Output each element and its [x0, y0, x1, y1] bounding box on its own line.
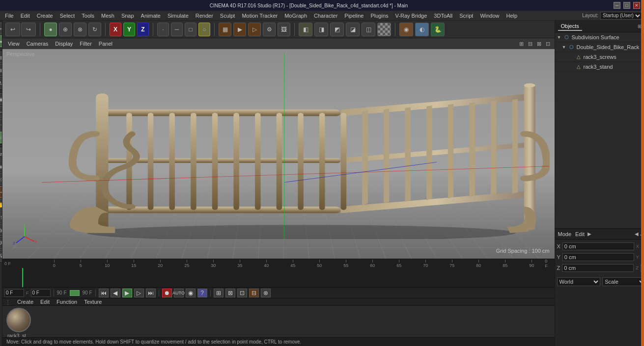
start-frame-input[interactable] — [31, 289, 51, 297]
poly-mode-btn[interactable]: □ — [185, 23, 196, 36]
timeline-add-key[interactable]: ⊞ — [214, 289, 224, 297]
vp-panel-menu[interactable]: Panel — [96, 40, 115, 48]
expand-icon-1: ▼ — [557, 35, 562, 40]
iso-btn[interactable]: ◩ — [330, 23, 344, 36]
menu-mograph[interactable]: MoGraph — [281, 12, 310, 20]
edge-mode-btn[interactable]: ─ — [171, 23, 183, 36]
vp-cameras-menu[interactable]: Cameras — [24, 40, 51, 48]
vp-grid-icon[interactable]: ⊟ — [527, 40, 534, 48]
point-mode-btn[interactable]: · — [157, 23, 169, 36]
menu-render[interactable]: Render — [193, 12, 216, 20]
timeline-motion[interactable]: ⊟ — [249, 289, 259, 297]
undo-btn[interactable]: ↩ — [5, 23, 20, 36]
timeline-cfg[interactable]: ⊠ — [225, 289, 235, 297]
set-key-btn[interactable]: ◉ — [186, 289, 196, 297]
menu-motion-tracker[interactable]: Motion Tracker — [239, 12, 280, 20]
mat-function-menu[interactable]: Function — [55, 298, 79, 305]
transform-mode-select[interactable]: Scale Position Rotation — [602, 277, 644, 286]
tc-sep2 — [95, 290, 96, 296]
mat-texture-menu[interactable]: Texture — [82, 298, 104, 305]
maximize-button[interactable]: □ — [623, 2, 630, 9]
mat-create-menu[interactable]: Create — [15, 298, 35, 305]
obj-subdivision-surface[interactable]: ▼ ⬡ Subdivision Surface — [555, 32, 644, 42]
attr-x-pos[interactable] — [562, 242, 634, 250]
current-frame-input[interactable] — [4, 289, 24, 297]
y-axis-btn[interactable]: Y — [123, 23, 135, 36]
hdr-btn[interactable]: ◐ — [415, 23, 429, 36]
timeline-power[interactable]: ⊡ — [237, 289, 247, 297]
menu-vray[interactable]: V-Ray Bridge — [392, 12, 430, 20]
render-all-btn[interactable]: ▷ — [248, 23, 261, 36]
obj-stand[interactable]: ▶ △ rack3_stand — [555, 62, 644, 72]
rotate-btn[interactable]: ↻ — [88, 23, 101, 36]
obj-mode-btn[interactable]: ○ — [198, 23, 210, 36]
record-btn[interactable]: ⏺ — [162, 289, 172, 297]
material-override-btn[interactable]: ◉ — [399, 23, 413, 36]
timeline-track[interactable] — [2, 268, 555, 287]
menu-sculpt[interactable]: Sculpt — [217, 12, 238, 20]
wireframe-btn[interactable]: ◨ — [314, 23, 328, 36]
menu-window[interactable]: Window — [477, 12, 502, 20]
menu-character[interactable]: Character — [311, 12, 340, 20]
menu-script[interactable]: Script — [456, 12, 476, 20]
menu-3dtoall[interactable]: 3DToAll — [431, 12, 455, 20]
render-settings-btn[interactable]: ⚙ — [263, 23, 276, 36]
shading-btn[interactable]: ◧ — [299, 23, 312, 36]
vp-filter-menu[interactable]: Filter — [77, 40, 94, 48]
menu-help[interactable]: Help — [504, 12, 521, 20]
render-region-btn[interactable]: ▦ — [219, 23, 231, 36]
attr-y-pos[interactable] — [562, 253, 634, 261]
vp-maximize-icon[interactable]: ⊞ — [518, 40, 525, 48]
obj-screws[interactable]: ▶ △ rack3_screws — [555, 52, 644, 62]
menu-snap[interactable]: Snap — [118, 12, 137, 20]
menu-simulate[interactable]: Simulate — [165, 12, 192, 20]
menu-tools[interactable]: Tools — [79, 12, 97, 20]
flat-btn[interactable]: ◪ — [346, 23, 360, 36]
x-axis-btn[interactable]: X — [110, 23, 121, 36]
obj-bike-rack[interactable]: ▼ ⬡ Double_Sided_Bike_Rack — [555, 42, 644, 52]
next-frame-btn[interactable]: ▷ — [134, 289, 144, 297]
prev-frame-btn[interactable]: ◀ — [111, 289, 120, 297]
menu-animate[interactable]: Animate — [138, 12, 164, 20]
attr-z-pos[interactable] — [562, 264, 634, 272]
go-start-btn[interactable]: ⏮ — [99, 289, 109, 297]
auto-key-btn[interactable]: AUTO — [174, 289, 184, 297]
go-end-btn[interactable]: ⏭ — [146, 289, 156, 297]
menu-pipeline[interactable]: Pipeline — [341, 12, 366, 20]
menu-create[interactable]: Create — [34, 12, 56, 20]
play-btn[interactable]: ▶ — [122, 289, 132, 297]
help-btn[interactable]: ? — [197, 289, 207, 297]
redo-btn[interactable]: ↪ — [21, 23, 36, 36]
clay-btn[interactable]: ◫ — [362, 23, 375, 36]
vp-display-menu[interactable]: Display — [53, 40, 75, 48]
menu-plugins[interactable]: Plugins — [367, 12, 391, 20]
mark-90: 90 — [518, 260, 545, 268]
z-axis-btn[interactable]: Z — [137, 23, 149, 36]
scale-btn[interactable]: ⊗ — [74, 23, 86, 36]
move-btn[interactable]: ⊕ — [59, 23, 72, 36]
attr-arrow-icon[interactable]: ▶ — [588, 231, 591, 237]
attr-icon1[interactable]: ◀ — [635, 231, 639, 237]
vp-view-menu[interactable]: View — [5, 40, 22, 48]
render-active-btn[interactable]: ▶ — [233, 23, 246, 36]
material-item-1[interactable]: rack3_st... — [6, 308, 31, 339]
mat-edit-menu[interactable]: Edit — [38, 298, 52, 305]
menu-edit[interactable]: Edit — [18, 12, 33, 20]
live-selection-btn[interactable]: ● — [44, 23, 57, 36]
render-pic-btn[interactable]: 🖼 — [278, 23, 290, 36]
timeline-extra[interactable]: ⊗ — [261, 289, 271, 297]
coord-system-select[interactable]: World Local Object — [557, 277, 601, 286]
python-btn[interactable]: 🐍 — [431, 23, 445, 36]
menu-select[interactable]: Select — [57, 12, 78, 20]
viewport[interactable]: View Cameras Display Filter Panel ⊞ ⊟ ⊠ … — [2, 38, 555, 259]
objects-tab[interactable]: Objects — [558, 22, 582, 31]
vp-lock-icon[interactable]: ⊡ — [544, 40, 552, 48]
frame-range-bar[interactable] — [70, 290, 80, 296]
checker-btn[interactable] — [377, 23, 391, 36]
layout-select[interactable]: Startup (User) — [600, 12, 642, 20]
vp-options-icon[interactable]: ⊠ — [535, 40, 543, 48]
menu-file[interactable]: File — [2, 12, 17, 20]
close-button[interactable]: ✕ — [633, 2, 640, 9]
menu-mesh[interactable]: Mesh — [98, 12, 117, 20]
minimize-button[interactable]: ─ — [614, 2, 620, 9]
